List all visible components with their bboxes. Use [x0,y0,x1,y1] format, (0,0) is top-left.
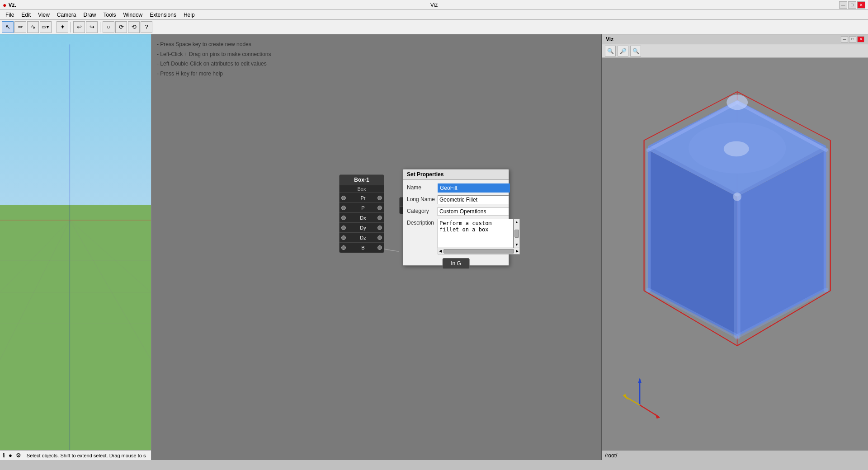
pin-dot-dx-left[interactable] [341,216,346,220]
menu-camera[interactable]: Camera [53,11,80,19]
viz-maximize[interactable]: □ [849,36,856,42]
scroll-right-arrow[interactable]: ▶ [515,249,519,253]
viz-search-btn-1[interactable]: 🔍 [605,46,616,56]
pin-dot-pr-left[interactable] [341,196,346,200]
dialog-longname-input[interactable] [438,195,509,204]
menu-edit[interactable]: Edit [18,11,34,19]
pin-dot-dz-right[interactable] [377,235,382,240]
pin-dot-b-right[interactable] [377,245,382,250]
app-title-right: Viz [430,2,438,8]
pin-dot-p-left[interactable] [341,206,346,210]
menu-file[interactable]: File [2,11,18,19]
node-title: Box-1 [340,175,384,185]
svg-point-23 [726,95,748,110]
pin-label-b: B [349,245,377,250]
dialog-name-input[interactable] [438,183,510,193]
help-line-3: - Left-Double-Click on attributes to edi… [157,59,271,69]
node-graph-panel[interactable]: - Press Space key to create new nodes - … [151,34,601,460]
scroll-thumb-h [443,249,514,254]
scroll-thumb-v [514,230,519,238]
ing-button[interactable]: In G [442,258,470,269]
select-tool[interactable]: ↖ [2,21,14,33]
pin-label-dx: Dx [349,215,377,221]
menu-tools[interactable]: Tools [100,11,120,19]
toolbar-separator-2 [71,22,71,33]
menu-bar: File Edit View Camera Draw Tools Window … [0,10,868,20]
dialog-name-label: Name [407,183,438,191]
set-properties-dialog[interactable]: Set Properties Name Long Name Category [403,169,509,266]
pin-dot-dy-right[interactable] [377,226,382,230]
window-controls: — □ ✕ [839,1,865,9]
help-text-area: - Press Space key to create new nodes - … [157,40,271,79]
shape-tool[interactable]: ✦ [57,21,68,33]
minimize-btn[interactable]: — [839,1,847,9]
box-tool[interactable]: ▭▼ [40,21,52,33]
pin-label-p: P [349,205,377,211]
redo-tool[interactable]: ↪ [86,21,98,33]
connect-tool[interactable]: ⟳ [115,21,127,33]
scroll-down-arrow[interactable]: ▼ [515,243,519,247]
viz-close[interactable]: ✕ [857,36,864,42]
menu-help[interactable]: Help [180,11,198,19]
svg-point-30 [733,193,741,201]
menu-window[interactable]: Window [120,11,146,19]
status-circle-icon: ● [9,452,12,459]
pin-label-pr: Pr [349,195,377,201]
node-pin-b[interactable]: B [340,243,384,253]
dialog-description-wrapper: Perform a custom fillet on a box ▲ ▼ ◀ [438,219,520,254]
box-node[interactable]: Box-1 Box Pr P Dx Dy [339,174,384,253]
curve-tool[interactable]: ∿ [27,21,39,33]
viz-window-controls: — □ ✕ [841,36,864,42]
dialog-desc-input-area: Perform a custom fillet on a box ▲ ▼ [438,219,520,248]
viz-minimize[interactable]: — [841,36,848,42]
viz-search-btn-2[interactable]: 🔎 [618,46,628,56]
status-gear-icon: ⚙ [16,452,21,459]
node-pin-pr[interactable]: Pr [340,193,384,203]
dialog-category-input[interactable] [438,207,509,216]
dialog-title: Set Properties [403,169,509,180]
pin-dot-pr-right[interactable] [377,196,382,200]
viz-search-btn-3[interactable]: 🔍 [630,46,641,56]
node-pin-dx[interactable]: Dx [340,213,384,223]
pin-label-dz: Dz [349,235,377,240]
menu-view[interactable]: View [34,11,53,19]
pin-dot-dx-right[interactable] [377,216,382,220]
vertical-scrollbar[interactable]: ▲ ▼ [514,219,520,248]
toolbar-separator-1 [54,22,54,33]
maximize-btn[interactable]: □ [848,1,856,9]
status-bar: ℹ ● ⚙ Select objects. Shift to extend se… [0,450,151,460]
dialog-category-label: Category [407,207,438,214]
help-tool[interactable]: ? [141,21,152,33]
pin-dot-dy-left[interactable] [341,226,346,230]
node-subtitle: Box [340,185,384,193]
dialog-description-input[interactable]: Perform a custom fillet on a box [438,219,514,248]
pin-dot-p-right[interactable] [377,206,382,210]
help-line-1: - Press Space key to create new nodes [157,40,271,50]
undo-tool[interactable]: ↩ [73,21,85,33]
render-background [602,58,868,460]
scroll-left-arrow[interactable]: ◀ [438,249,443,253]
viz-title-text: Viz [606,36,613,42]
link-tool[interactable]: ⟲ [128,21,140,33]
scroll-up-arrow[interactable]: ▲ [515,220,519,224]
close-btn[interactable]: ✕ [857,1,865,9]
node-pin-dz[interactable]: Dz [340,233,384,243]
node-pin-dy[interactable]: Dy [340,223,384,233]
right-viz-panel: Viz — □ ✕ 🔍 🔎 🔍 [601,34,868,460]
pin-label-dy: Dy [349,225,377,230]
node-pin-p[interactable]: P [340,203,384,213]
menu-draw[interactable]: Draw [80,11,100,19]
pin-dot-b-left[interactable] [341,245,346,250]
search-tool[interactable]: ○ [103,21,114,33]
help-line-2: - Left-Click + Drag on pins to make conn… [157,50,271,60]
horizontal-scrollbar[interactable]: ◀ ▶ [438,248,520,254]
viz-viewport[interactable]: /root/ [602,58,868,460]
menu-extensions[interactable]: Extensions [146,11,180,19]
app-title-left: Vz. [8,2,16,8]
dialog-name-row: Name [407,183,505,193]
pin-dot-dz-left[interactable] [341,235,346,240]
dialog-longname-label: Long Name [407,195,438,202]
main-container: ℹ ● ⚙ Select objects. Shift to extend se… [0,34,868,460]
help-line-4: - Press H key for more help [157,69,271,79]
paint-tool[interactable]: ✏ [14,21,26,33]
